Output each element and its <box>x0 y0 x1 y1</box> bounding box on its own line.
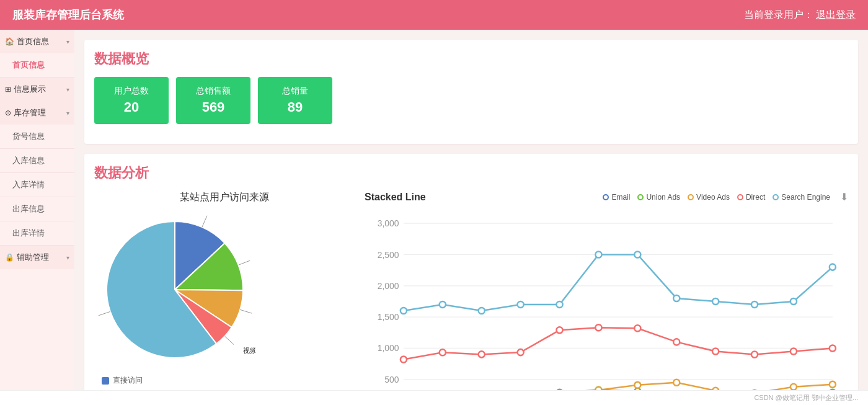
sidebar-item-homepage[interactable]: 首页信息 <box>0 53 74 78</box>
footer-note: CSDN @做笔记用 鄂中企业管理... <box>0 390 868 405</box>
sidebar-item-inbound[interactable]: 入库信息 <box>0 149 74 173</box>
svg-point-81 <box>751 351 758 357</box>
pie-title: 某站点用户访问来源 <box>94 191 355 204</box>
stat-card-sales: 总销售额 569 <box>176 77 250 124</box>
svg-point-83 <box>830 345 836 351</box>
line-legend-search: Search Engine <box>773 193 830 202</box>
line-legend-label-direct: Direct <box>746 193 765 202</box>
chevron-down-icon-info: ▾ <box>66 86 69 93</box>
line-legend-email: Email <box>603 193 630 202</box>
home-icon: 🏠 <box>5 37 14 46</box>
svg-text:3,000: 3,000 <box>378 218 399 228</box>
lock-icon: 🔒 <box>5 253 14 262</box>
svg-point-72 <box>401 357 407 363</box>
charts-container: 某站点用户访问来源 直接访问：335邮件营销：310联盟广告：234视频广告：1… <box>94 191 848 390</box>
logout-button[interactable]: 退出登录 <box>816 9 856 20</box>
svg-point-73 <box>440 349 446 355</box>
sidebar-group-title-info[interactable]: ⊞ 信息展示 ▾ <box>0 78 74 101</box>
sidebar-group-aux: 🔒 辅助管理 ▾ <box>0 246 74 269</box>
sidebar-group-title-home[interactable]: 🏠 首页信息 ▾ <box>0 30 74 53</box>
sidebar-item-inbound-detail[interactable]: 入库详情 <box>0 173 74 197</box>
stat-card-quantity: 总销量 89 <box>258 77 332 124</box>
line-dot-direct <box>737 194 743 200</box>
svg-point-93 <box>751 301 758 308</box>
line-dot-search <box>773 194 779 200</box>
pie-legend: 直接访问 邮件营销 联盟广告 视频广告 <box>102 375 355 390</box>
sidebar-group-label-home: 首页信息 <box>17 36 49 47</box>
overview-card: 数据概览 用户总数 20 总销售额 569 总销量 89 <box>84 40 858 144</box>
svg-point-76 <box>556 327 562 333</box>
svg-text:1,000: 1,000 <box>378 343 399 353</box>
svg-point-94 <box>790 298 797 305</box>
sidebar: 🏠 首页信息 ▾ 首页信息 ⊞ 信息展示 ▾ ⊙ 库存管理 ▾ 货 <box>0 30 74 390</box>
pie-section: 某站点用户访问来源 直接访问：335邮件营销：310联盟广告：234视频广告：1… <box>94 191 355 390</box>
line-chart-svg: 05001,0001,5002,0002,5003,000一月二月三月四月五月六… <box>365 208 848 390</box>
sidebar-item-goods[interactable]: 货号信息 <box>0 125 74 149</box>
chevron-down-icon: ▾ <box>66 38 69 45</box>
svg-line-6 <box>224 336 234 345</box>
line-legend-label-union: Union Ads <box>646 193 680 202</box>
line-legend-video: Video Ads <box>688 193 730 202</box>
grid-icon: ⊞ <box>5 85 11 94</box>
legend-label-direct: 直接访问 <box>113 375 143 386</box>
svg-text:500: 500 <box>384 375 399 385</box>
svg-point-70 <box>790 384 797 390</box>
svg-point-92 <box>712 298 719 305</box>
svg-point-95 <box>830 264 836 270</box>
stat-card-users: 用户总数 20 <box>94 77 169 124</box>
stat-value-users: 20 <box>109 99 154 115</box>
svg-point-66 <box>634 382 640 388</box>
line-dot-union <box>637 194 644 200</box>
line-legend: Email Union Ads Video Ads <box>603 193 830 202</box>
sidebar-item-outbound[interactable]: 出库信息 <box>0 197 74 221</box>
svg-line-4 <box>240 309 252 313</box>
line-section: Stacked Line Email Union Ads <box>365 191 848 390</box>
stat-label-quantity: 总销量 <box>273 86 317 97</box>
line-header: Stacked Line Email Union Ads <box>365 191 848 203</box>
svg-text:1,500: 1,500 <box>378 312 399 322</box>
sidebar-group-inventory: ⊙ 库存管理 ▾ 货号信息 入库信息 入库详情 出库信息 出库详情 <box>0 101 74 246</box>
current-user-label: 当前登录用户： <box>744 9 813 20</box>
pie-container: 直接访问：335邮件营销：310联盟广告：234视频广告：135搜索引擎：154… <box>94 209 355 370</box>
line-legend-label-video: Video Ads <box>696 193 730 202</box>
line-legend-label-search: Search Engine <box>781 193 830 202</box>
main-content: 数据概览 用户总数 20 总销售额 569 总销量 89 数据分析 <box>74 30 868 390</box>
header-right: 当前登录用户： 退出登录 <box>744 9 856 22</box>
svg-point-91 <box>673 295 680 301</box>
svg-point-88 <box>556 301 562 308</box>
svg-point-90 <box>634 251 640 257</box>
sidebar-group-title-aux[interactable]: 🔒 辅助管理 ▾ <box>0 246 74 269</box>
svg-point-79 <box>673 339 680 345</box>
svg-text:2,500: 2,500 <box>378 250 399 260</box>
svg-point-87 <box>518 301 524 308</box>
stat-value-quantity: 89 <box>273 99 317 115</box>
stat-label-sales: 总销售额 <box>191 86 236 97</box>
inventory-icon: ⊙ <box>5 109 11 117</box>
svg-point-89 <box>595 251 601 257</box>
sidebar-item-outbound-detail[interactable]: 出库详情 <box>0 221 74 246</box>
line-legend-union: Union Ads <box>637 193 680 202</box>
chevron-down-icon-inventory: ▾ <box>66 110 69 117</box>
legend-dot-direct <box>102 377 109 385</box>
body-container: 🏠 首页信息 ▾ 首页信息 ⊞ 信息展示 ▾ ⊙ 库存管理 ▾ 货 <box>0 30 868 390</box>
svg-point-85 <box>440 301 446 308</box>
svg-point-71 <box>830 381 836 388</box>
svg-point-78 <box>634 325 640 331</box>
svg-point-82 <box>790 348 797 354</box>
svg-text:2,000: 2,000 <box>378 281 399 291</box>
svg-point-86 <box>479 308 485 314</box>
download-icon[interactable]: ⬇ <box>840 191 848 203</box>
line-legend-label-email: Email <box>611 193 630 202</box>
svg-point-67 <box>673 380 680 386</box>
sidebar-group-home: 🏠 首页信息 ▾ 首页信息 <box>0 30 74 78</box>
stat-value-sales: 569 <box>191 99 236 115</box>
sidebar-group-label-info: 信息展示 <box>14 84 46 95</box>
svg-point-75 <box>518 349 524 355</box>
app-title: 服装库存管理后台系统 <box>12 7 124 22</box>
chevron-down-icon-aux: ▾ <box>66 254 69 261</box>
svg-point-84 <box>401 308 407 314</box>
header: 服装库存管理后台系统 当前登录用户： 退出登录 <box>0 0 868 30</box>
svg-text:视频广告：135: 视频广告：135 <box>243 347 255 354</box>
sidebar-group-title-inventory[interactable]: ⊙ 库存管理 ▾ <box>0 101 74 125</box>
overview-title: 数据概览 <box>94 50 848 68</box>
